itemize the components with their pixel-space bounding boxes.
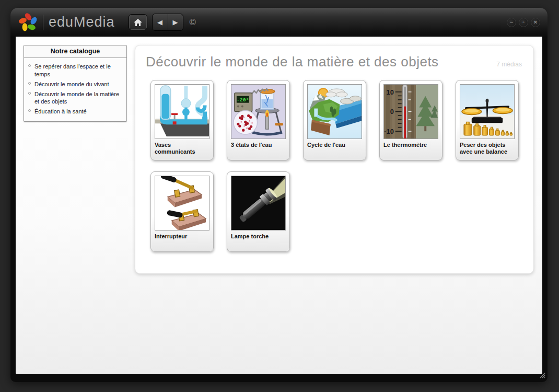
media-card-3-etats-de-leau[interactable]: -20° <box>227 80 290 160</box>
card-label: Cycle de l'eau <box>307 142 362 148</box>
media-card-vases-communicants[interactable]: Vases communicants <box>150 80 214 160</box>
temperature-display: -20° <box>237 97 249 103</box>
page-title: Découvrir le monde de la matière et des … <box>146 54 496 70</box>
media-card-cycle-de-leau[interactable]: Cycle de l'eau <box>303 80 366 160</box>
forward-icon: ▶ <box>173 18 178 26</box>
bullet-icon <box>28 82 31 85</box>
catalogue-list: Se repérer dans l'espace et le temps Déc… <box>24 58 126 121</box>
titlebar: eduMedia ◀ ▶ © – ▫ ✕ <box>10 8 548 37</box>
edumedia-logo-icon <box>18 12 39 33</box>
flashlight-thumbnail <box>231 176 286 230</box>
sidebar-item-monde-vivant[interactable]: Découvrir le monde du vivant <box>28 79 122 89</box>
media-count: 7 médias <box>496 61 522 68</box>
sidebar-item-education-sante[interactable]: Éducation à la santé <box>28 107 122 117</box>
tick-label-10: 10 <box>387 88 394 96</box>
sidebar-item-label: Découvrir le monde du vivant <box>34 80 109 88</box>
tick-label-minus10: -10 <box>384 128 394 135</box>
sidebar-item-label: Découvrir le monde de la matière et des … <box>34 90 122 106</box>
bullet-icon <box>28 64 31 67</box>
maximize-button[interactable]: ▫ <box>519 18 528 27</box>
thermometer-thumbnail: 10 0 -10 <box>383 84 438 139</box>
brand-name: eduMedia <box>49 14 115 30</box>
card-label: Vases communicants <box>155 142 209 155</box>
water-cycle-thumbnail <box>307 84 362 139</box>
app-window: eduMedia ◀ ▶ © – ▫ ✕ Notre catalogue <box>10 8 548 382</box>
content-area: Notre catalogue Se repérer dans l'espace… <box>16 37 542 374</box>
media-card-interrupteur[interactable]: Interrupteur <box>150 171 214 252</box>
media-panel: Découvrir le monde de la matière et des … <box>135 45 534 274</box>
home-button[interactable] <box>129 14 147 30</box>
card-label: 3 états de l'eau <box>231 142 286 148</box>
media-card-peser-des-objets[interactable]: Peser des objets avec une balance <box>456 80 519 160</box>
brand-divider <box>43 15 43 30</box>
media-card-lampe-torche[interactable]: Lampe torche <box>227 171 290 252</box>
sidebar-item-espace-temps[interactable]: Se repérer dans l'espace et le temps <box>28 62 122 79</box>
minimize-button[interactable]: – <box>507 18 516 27</box>
card-label: Le thermomètre <box>383 142 438 148</box>
panel-header: Découvrir le monde de la matière et des … <box>135 45 533 70</box>
cards-row-1: Vases communicants <box>150 80 533 160</box>
back-button[interactable]: ◀ <box>153 14 168 30</box>
knife-switch-thumbnail <box>155 176 209 230</box>
tick-label-0: 0 <box>390 108 394 116</box>
balance-scale-thumbnail <box>460 84 515 139</box>
bullet-icon <box>28 109 31 112</box>
communicating-vessels-thumbnail <box>155 84 209 139</box>
cards-row-2: Interrupteur <box>150 171 533 252</box>
back-icon: ◀ <box>157 18 162 26</box>
nav-button-group: ◀ ▶ <box>152 14 183 31</box>
copyright-button[interactable]: © <box>190 17 196 28</box>
sidebar-item-label: Se repérer dans l'espace et le temps <box>34 63 122 78</box>
card-label: Interrupteur <box>155 233 209 240</box>
catalogue-title: Notre catalogue <box>24 45 126 58</box>
home-icon <box>134 19 142 26</box>
sidebar-item-label: Éducation à la santé <box>34 108 87 116</box>
catalogue-sidebar: Notre catalogue Se repérer dans l'espace… <box>24 45 127 122</box>
window-controls: – ▫ ✕ <box>507 18 540 27</box>
resize-grip[interactable] <box>539 371 545 381</box>
close-button[interactable]: ✕ <box>531 18 540 27</box>
card-label: Lampe torche <box>231 233 286 240</box>
bullet-icon <box>28 92 31 95</box>
media-card-le-thermometre[interactable]: 10 0 -10 Le thermomètre <box>379 80 442 160</box>
water-states-thumbnail: -20° <box>231 84 286 139</box>
forward-button[interactable]: ▶ <box>168 14 183 30</box>
card-label: Peser des objets avec une balance <box>460 142 515 155</box>
sidebar-item-matiere-objets[interactable]: Découvrir le monde de la matière et des … <box>28 89 122 107</box>
